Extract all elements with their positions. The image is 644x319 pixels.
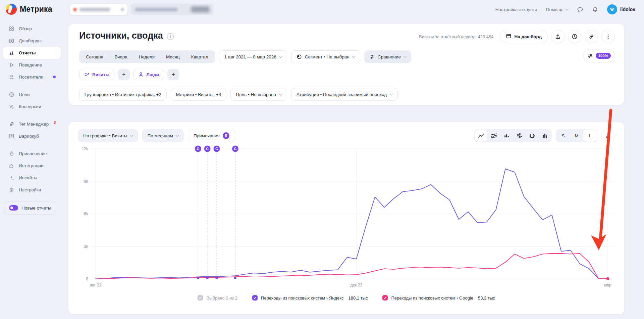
svg-text:С: С [197, 147, 200, 151]
topbar-right: Настройка аккаунта Помощь lidolov [495, 0, 635, 19]
svg-text:С: С [234, 147, 237, 151]
sidebar-item-label: Привлечение [19, 151, 47, 156]
sidebar-item-acquisition[interactable]: Привлечение [3, 147, 61, 160]
page-title-row: Источники, сводка i [79, 31, 174, 41]
metrika-logo[interactable]: Метрика [6, 4, 52, 15]
legend-item-yandex[interactable]: Переходы из поисковых систем › Яндекс 18… [252, 295, 368, 301]
comparison-picker[interactable]: Сравнение [364, 50, 411, 63]
segment-icon [297, 54, 302, 59]
percent-icon [9, 104, 14, 109]
sidebar-item-tag-manager[interactable]: Тег Менеджер β [3, 118, 61, 130]
user-menu[interactable]: lidolov [607, 4, 635, 14]
svg-text:дек 23: дек 23 [351, 283, 363, 287]
grouping-pill[interactable]: Группировка • Источник трафика, +2 [79, 88, 167, 101]
history-button[interactable] [568, 30, 581, 43]
legend-item-google[interactable]: Переходы из поисковых систем › Google 53… [382, 295, 495, 301]
sidebar-item-variocube[interactable]: Вариокуб [3, 130, 61, 142]
sidebar-item-settings[interactable]: Настройки [3, 184, 61, 196]
svg-text:С: С [206, 147, 209, 151]
bell-icon[interactable] [592, 6, 598, 13]
checkbox-icon [198, 295, 203, 301]
close-icon[interactable] [121, 8, 124, 11]
sampling-button[interactable]: 100% [583, 49, 615, 62]
sidebar-item-conversions[interactable]: Конверсии [3, 100, 61, 112]
chart-card: На графике • Визиты По месяцам Примечани… [68, 122, 624, 314]
bar-chart-icon [9, 50, 14, 56]
target-icon [9, 92, 14, 97]
svg-text:9k: 9k [84, 179, 89, 184]
sampling-badge: 100% [596, 53, 611, 59]
sidebar-item-integrations[interactable]: Интеграции [3, 160, 61, 172]
preset-week[interactable]: Неделя [133, 51, 160, 62]
sidebar-item-insights[interactable]: Инсайты [3, 172, 61, 184]
visitors-indicator-dot [53, 76, 56, 78]
sidebar-item-overview[interactable]: Обзор [3, 22, 61, 35]
svg-text:3k: 3k [84, 244, 89, 249]
new-reports-label: Новые отчеты [21, 206, 51, 211]
chevron-down-icon [352, 54, 355, 58]
sidebar-item-label: Вариокуб [19, 134, 39, 139]
sidebar-item-label: Дашборды [19, 38, 42, 43]
preset-quarter[interactable]: Квартал [185, 51, 214, 62]
add-people-metric-button[interactable]: + [167, 69, 179, 80]
logo-text: Метрика [20, 5, 52, 14]
new-reports-toggle[interactable]: Новые отчеты [4, 201, 56, 215]
chevron-down-icon [404, 54, 407, 58]
sidebar-item-visitors[interactable]: Посетители [3, 71, 61, 83]
help-menu[interactable]: Помощь [546, 7, 568, 12]
comparison-icon [369, 54, 375, 59]
sidebar-item-behavior[interactable]: Поведение [3, 59, 61, 71]
add-metric-button[interactable]: + [118, 69, 130, 80]
masked-counter-chip[interactable] [70, 4, 127, 15]
segment-picker[interactable]: Сегмент • Не выбран [291, 50, 360, 63]
sidebar-group-gap [0, 142, 64, 147]
preset-yesterday[interactable]: Вчера [109, 51, 133, 62]
sidebar-item-goals[interactable]: Цели [3, 88, 61, 100]
export-button[interactable] [551, 30, 565, 43]
series-total: 53,3 тыс [478, 295, 495, 301]
account-settings-link[interactable]: Настройка аккаунта [495, 7, 537, 12]
preset-today[interactable]: Сегодня [80, 51, 109, 62]
sidebar-item-reports[interactable]: Отчеты [3, 47, 61, 59]
chevron-down-icon [279, 54, 282, 58]
date-range-picker[interactable]: 1 авг 2021 — 8 мар 2026 [219, 50, 287, 63]
flame-icon [9, 151, 14, 156]
svg-text:авг 21: авг 21 [90, 283, 101, 287]
visits-metric-chip[interactable]: Визиты [79, 69, 114, 80]
metrics-pill[interactable]: Метрики • Визиты, +4 [171, 88, 226, 101]
visits-icon [84, 72, 90, 77]
metrika-logo-icon [6, 4, 17, 15]
status-dot [73, 8, 77, 11]
sidebar-item-label: Конверсии [19, 104, 41, 109]
dimension-pills-row: Группировка • Источник трафика, +2 Метри… [79, 88, 398, 101]
link-button[interactable] [585, 30, 598, 43]
legend-selected-toggle[interactable]: Выбрано 2 из 2 [198, 295, 237, 301]
people-metric-chip[interactable]: Люди [133, 69, 164, 80]
preset-month[interactable]: Месяц [160, 51, 185, 62]
visits-period-note: Визиты за отчётный период: 420 494 [419, 34, 494, 39]
checkbox-icon [252, 295, 258, 301]
sidebar-group-gap [0, 83, 64, 88]
svg-text:6k: 6k [84, 212, 89, 216]
attribution-pill[interactable]: Атрибуция • Последний значимый переход [291, 88, 398, 101]
to-dashboard-button[interactable]: На дашборд [500, 30, 548, 43]
info-icon[interactable]: i [167, 33, 174, 40]
goal-pill[interactable]: Цель • Не выбрана [230, 88, 287, 101]
series-total: 180,1 тыс [348, 295, 368, 301]
play-icon [9, 62, 14, 68]
more-menu-button[interactable] [601, 30, 615, 43]
sidebar-item-dashboards[interactable]: Дашборды [3, 35, 61, 47]
avatar [607, 4, 617, 14]
masked-button [191, 6, 210, 12]
svg-text:0: 0 [86, 277, 88, 281]
chevron-down-icon [279, 92, 282, 95]
chat-icon[interactable] [577, 6, 583, 13]
chart-plot-area[interactable]: 03k6k9k12kавг 21дек 23марСССС [68, 122, 624, 290]
svg-text:12k: 12k [82, 146, 89, 151]
metrika-app: Метрика Настройка аккаунта Помощь [0, 0, 644, 319]
masked-search-chip[interactable] [131, 4, 214, 15]
metrics-row: Визиты + Люди + [79, 69, 179, 80]
tag-icon [9, 121, 14, 127]
topbar: Метрика Настройка аккаунта Помощь [0, 0, 644, 19]
puzzle-icon [9, 163, 14, 169]
